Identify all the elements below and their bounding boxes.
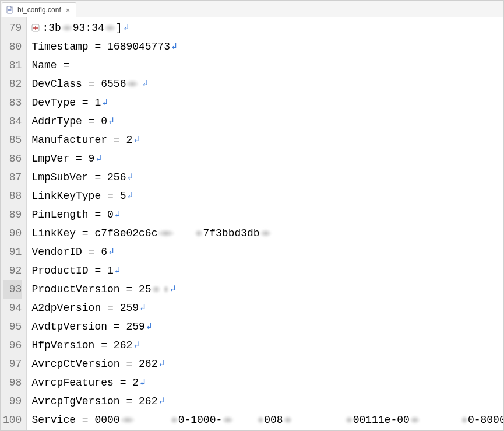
code-text: 008	[264, 411, 283, 429]
code-line[interactable]: DevClass = 6556↲	[31, 75, 503, 93]
redacted-smudge	[410, 416, 420, 424]
eol-marker-icon: ↲	[140, 373, 146, 392]
line-number-gutter: 7980818283848586878889909192939495969798…	[1, 17, 27, 430]
code-text: LinkKeyType = 5	[31, 187, 126, 205]
tab-filename: bt_config.conf	[17, 6, 61, 14]
code-text: DevClass = 6556	[31, 75, 126, 93]
code-text: PinLength = 0	[31, 205, 113, 224]
line-number: 95	[3, 317, 22, 336]
svg-rect-1	[8, 9, 12, 10]
line-number: 82	[3, 75, 22, 93]
code-line[interactable]: PinLength = 0↲	[31, 205, 503, 224]
code-text: :3b	[42, 19, 61, 37]
file-tab[interactable]: bt_config.conf ×	[2, 2, 76, 17]
redacted-smudge	[151, 285, 161, 293]
redacted-smudge	[195, 229, 203, 237]
svg-rect-2	[8, 10, 12, 11]
line-number: 97	[3, 355, 22, 373]
code-text: 00111e-00	[353, 411, 410, 429]
eol-marker-icon: ↲	[140, 299, 146, 317]
eol-marker-icon: ↲	[102, 93, 108, 112]
code-line[interactable]: LinkKeyType = 5↲	[31, 187, 503, 205]
code-line[interactable]: AvrcpFeatures = 2↲	[31, 373, 503, 392]
code-line[interactable]: ProductVersion = 25↲	[31, 280, 503, 299]
line-number: 92	[3, 261, 22, 280]
redacted-smudge	[157, 229, 175, 237]
redacted-smudge	[283, 416, 292, 424]
code-line[interactable]: HfpVersion = 262↲	[31, 336, 503, 355]
line-number: 87	[3, 168, 22, 187]
code-text: AvdtpVersion = 259	[31, 317, 144, 336]
code-text: 93:34	[73, 19, 104, 37]
editor-window: bt_config.conf × 79808182838485868788899…	[0, 0, 504, 431]
code-text: Name =	[31, 56, 69, 75]
code-line[interactable]: :3b93:34]↲	[31, 19, 503, 37]
code-text: AddrType = 0	[31, 112, 107, 131]
eol-marker-icon: ↲	[142, 75, 148, 93]
code-text: ProductVersion = 25	[31, 280, 151, 299]
code-line[interactable]: VendorID = 6↲	[31, 243, 503, 261]
eol-marker-icon: ↲	[170, 280, 176, 299]
code-text: LmpVer = 9	[31, 149, 94, 168]
code-text: 0-8000-00	[468, 411, 503, 429]
code-text: LmpSubVer = 256	[31, 168, 126, 187]
redacted-smudge	[120, 416, 135, 424]
code-text: DevType = 1	[31, 93, 101, 112]
eol-marker-icon: ↲	[133, 131, 139, 149]
editor-area[interactable]: 7980818283848586878889909192939495969798…	[1, 17, 503, 430]
line-number: 98	[3, 373, 22, 392]
line-number: 89	[3, 205, 22, 224]
eol-marker-icon: ↲	[171, 37, 177, 56]
redacted-smudge	[61, 24, 73, 32]
eol-marker-icon: ↲	[158, 392, 164, 411]
redacted-smudge	[260, 229, 272, 237]
eol-marker-icon: ↲	[115, 205, 121, 224]
code-line[interactable]: Name =	[31, 56, 503, 75]
code-text: 7f3bbd3db	[203, 224, 259, 243]
eol-marker-icon: ↲	[108, 112, 114, 131]
fold-marker-icon[interactable]	[31, 24, 40, 32]
file-icon	[6, 6, 14, 14]
code-line[interactable]: Service = 00000-1000-00800111e-000-8000-…	[31, 411, 503, 429]
line-number: 84	[3, 112, 22, 131]
code-line[interactable]: AvrcpTgVersion = 262↲	[31, 392, 503, 411]
code-text: ProductID = 1	[31, 261, 113, 280]
code-line[interactable]: DevType = 1↲	[31, 93, 503, 112]
close-icon[interactable]: ×	[65, 6, 72, 14]
code-line[interactable]: ProductID = 1↲	[31, 261, 503, 280]
redacted-smudge	[345, 416, 353, 424]
line-number: 80	[3, 37, 22, 56]
eol-marker-icon: ↲	[133, 336, 139, 355]
eol-marker-icon: ↲	[96, 149, 101, 168]
line-number: 85	[3, 131, 22, 149]
code-line[interactable]: LmpSubVer = 256↲	[31, 168, 503, 187]
code-text: VendorID = 6	[31, 243, 107, 261]
code-text: HfpVersion = 262	[31, 336, 132, 355]
svg-rect-3	[8, 12, 10, 12]
tab-bar: bt_config.conf ×	[1, 1, 503, 17]
eol-marker-icon: ↲	[115, 261, 121, 280]
redacted-smudge	[222, 416, 234, 424]
redacted-smudge	[170, 416, 178, 424]
eol-marker-icon: ↲	[146, 317, 152, 336]
code-text: A2dpVersion = 259	[31, 299, 139, 317]
line-number: 81	[3, 56, 22, 75]
eol-marker-icon: ↲	[158, 355, 164, 373]
redacted-smudge	[163, 285, 169, 293]
eol-marker-icon: ↲	[124, 19, 129, 37]
code-line[interactable]: A2dpVersion = 259↲	[31, 299, 503, 317]
code-line[interactable]: Timestamp = 1689045773↲	[31, 37, 503, 56]
eol-marker-icon: ↲	[127, 187, 133, 205]
code-line[interactable]: LinkKey = c7f8e02c6c7f3bbd3db	[31, 224, 503, 243]
code-text: Service = 0000	[31, 411, 119, 429]
redacted-smudge	[461, 416, 468, 424]
code-line[interactable]: LmpVer = 9↲	[31, 149, 503, 168]
code-content[interactable]: :3b93:34]↲Timestamp = 1689045773↲Name = …	[27, 17, 503, 430]
code-line[interactable]: AvrcpCtVersion = 262↲	[31, 355, 503, 373]
redacted-smudge	[257, 416, 264, 424]
code-line[interactable]: AvdtpVersion = 259↲	[31, 317, 503, 336]
code-text: LinkKey = c7f8e02c6c	[31, 224, 157, 243]
code-line[interactable]: AddrType = 0↲	[31, 112, 503, 131]
eol-marker-icon: ↲	[108, 243, 114, 261]
code-line[interactable]: Manufacturer = 2↲	[31, 131, 503, 149]
